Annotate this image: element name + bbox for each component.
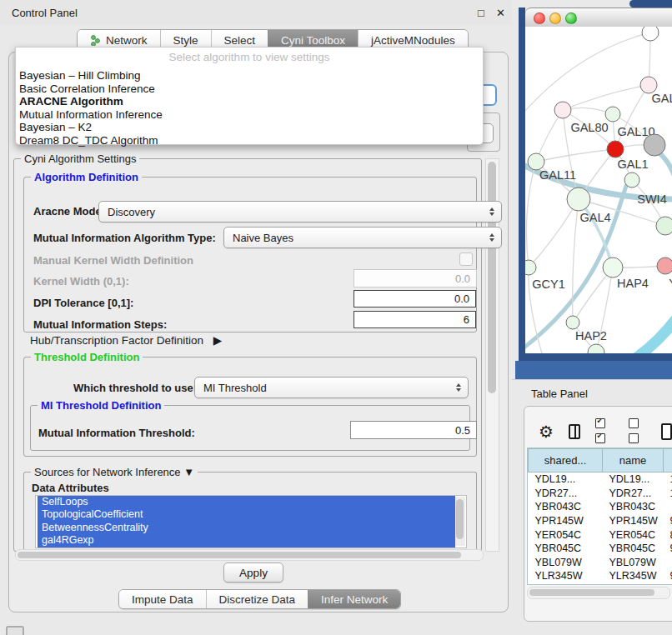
split-columns-icon[interactable] bbox=[569, 424, 580, 439]
table-hscrollbar-thumb[interactable] bbox=[529, 589, 654, 596]
table-row[interactable]: YLR345WYLR345W9. bbox=[529, 569, 672, 583]
close-panel-icon[interactable]: ✕ bbox=[496, 7, 505, 19]
algorithm-option[interactable]: ARACNE Algorithm bbox=[16, 95, 483, 108]
table-cell[interactable]: YBR043C bbox=[529, 500, 603, 514]
algorithm-option[interactable]: Bayesian – K2 bbox=[16, 121, 483, 134]
network-edge[interactable] bbox=[615, 85, 649, 149]
which-threshold-select[interactable]: MI Threshold bbox=[194, 377, 469, 398]
table-row[interactable]: YDL19...YDL19...13 bbox=[529, 472, 672, 487]
mi-type-select[interactable]: Naive Bayes bbox=[223, 227, 502, 248]
settings-hscrollbar-thumb[interactable] bbox=[18, 552, 461, 558]
network-edge[interactable] bbox=[573, 199, 579, 322]
sources-group-title[interactable]: Sources for Network Inference ▼ bbox=[31, 466, 198, 478]
close-traffic-light-icon[interactable] bbox=[534, 12, 545, 24]
table-row[interactable]: YBL079WYBL079W bbox=[529, 556, 672, 570]
network-node-GAL1[interactable] bbox=[607, 141, 624, 158]
table-row[interactable]: YIL052CYIL052C9 bbox=[529, 583, 672, 585]
tab-infer-network[interactable]: Infer Network bbox=[308, 590, 400, 608]
table-column-header[interactable]: A bbox=[664, 449, 672, 472]
tab-impute-data[interactable]: Impute Data bbox=[119, 590, 206, 608]
hub-definition-toggle[interactable]: Hub/Transcription Factor Definition ▶ bbox=[30, 333, 222, 347]
network-node-GALtop[interactable] bbox=[640, 77, 657, 93]
table-cell[interactable]: YER054C bbox=[529, 528, 603, 542]
settings-hscrollbar-track[interactable] bbox=[15, 549, 484, 561]
data-attribute-item[interactable]: SelfLoops bbox=[38, 496, 455, 508]
network-edge[interactable] bbox=[526, 162, 536, 268]
network-node-right-green[interactable] bbox=[656, 217, 672, 235]
table-cell[interactable]: 9 bbox=[664, 583, 672, 585]
network-node-top-clipped[interactable] bbox=[642, 27, 659, 41]
network-graph[interactable]: GALGAL80GAL10GAL1GAL11SWI4GAL4GCY1HAP4YH… bbox=[525, 27, 672, 353]
network-window-titlebar[interactable] bbox=[525, 8, 672, 28]
node-table[interactable]: shared...nameAYDL19...YDL19...13YDR27...… bbox=[527, 448, 672, 585]
settings-scrollbar-thumb[interactable] bbox=[488, 162, 496, 393]
collapsed-arrow-icon[interactable]: ▶ bbox=[213, 334, 222, 347]
network-node-GCY1[interactable] bbox=[525, 260, 536, 275]
float-panel-icon[interactable]: □ bbox=[478, 7, 484, 19]
aracne-mode-select[interactable]: Discovery bbox=[98, 201, 502, 222]
zoom-traffic-light-icon[interactable] bbox=[565, 12, 577, 24]
table-cell[interactable]: YBR043C bbox=[603, 500, 664, 514]
table-cell[interactable]: YBL079W bbox=[529, 556, 603, 570]
expanded-arrow-icon[interactable]: ▼ bbox=[183, 466, 194, 478]
data-attribute-item[interactable]: gal4RGexp bbox=[38, 534, 455, 547]
table-row[interactable]: YPR145WYPR145W9. bbox=[529, 514, 672, 528]
network-node-GAL10[interactable] bbox=[605, 107, 620, 122]
table-row[interactable]: YBR045CYBR045C9. bbox=[529, 542, 672, 556]
table-cell[interactable]: YBR045C bbox=[529, 542, 603, 556]
table-cell[interactable]: YDR27... bbox=[603, 487, 664, 501]
algorithm-option[interactable]: Dream8 DC_TDC Algorithm bbox=[16, 134, 483, 148]
table-cell[interactable]: YIL052C bbox=[603, 583, 664, 585]
data-attribute-item[interactable]: BetweennessCentrality bbox=[38, 522, 455, 534]
select-all-icon[interactable] bbox=[595, 417, 613, 447]
algorithm-option[interactable]: Bayesian – Hill Climbing bbox=[16, 69, 483, 82]
table-row[interactable]: YER054CYER054C8. bbox=[529, 528, 672, 542]
network-node-HAP4[interactable] bbox=[603, 258, 623, 278]
table-cell[interactable]: YBL079W bbox=[603, 556, 664, 570]
table-column-header[interactable]: shared... bbox=[529, 449, 603, 472]
network-edge[interactable] bbox=[525, 32, 650, 118]
algorithm-option[interactable]: Basic Correlation Inference bbox=[16, 82, 483, 96]
table-cell[interactable]: 8. bbox=[664, 528, 672, 542]
mi-threshold-field[interactable]: 0.5 bbox=[350, 421, 477, 439]
table-cell[interactable]: 12 bbox=[664, 487, 672, 501]
tab-discretize-data[interactable]: Discretize Data bbox=[206, 590, 308, 608]
table-cell[interactable]: 9. bbox=[664, 569, 672, 583]
table-cell[interactable]: 9. bbox=[664, 542, 672, 556]
attr-list-scrollbar-track[interactable] bbox=[455, 497, 465, 546]
network-node-salmon-node[interactable] bbox=[657, 258, 672, 274]
minimize-traffic-light-icon[interactable] bbox=[549, 12, 561, 24]
table-row[interactable]: YDR27...YDR27...12 bbox=[529, 487, 672, 501]
gear-icon[interactable]: ⚙ bbox=[539, 423, 554, 440]
data-attributes-list[interactable]: SelfLoopsTopologicalCoefficientBetweenne… bbox=[35, 495, 467, 548]
network-node-HAP2[interactable] bbox=[566, 316, 579, 329]
network-node-GAL4[interactable] bbox=[567, 188, 590, 211]
attr-list-scrollbar-thumb[interactable] bbox=[456, 499, 464, 539]
kernel-width-field[interactable]: 0.0 bbox=[354, 269, 477, 288]
network-node-SWI4[interactable] bbox=[624, 172, 639, 188]
table-hscrollbar-track[interactable] bbox=[527, 587, 670, 599]
table-cell[interactable]: YIL052C bbox=[529, 583, 603, 585]
table-cell[interactable]: YLR345W bbox=[529, 569, 603, 583]
network-edge[interactable] bbox=[529, 199, 579, 268]
table-cell[interactable]: YDL19... bbox=[529, 472, 603, 487]
table-column-header[interactable]: name bbox=[603, 449, 664, 472]
algorithm-option[interactable]: Mutual Information Inference bbox=[16, 108, 483, 122]
table-cell[interactable]: YDL19... bbox=[603, 472, 664, 487]
manual-kernel-checkbox[interactable] bbox=[459, 252, 473, 266]
new-table-icon[interactable] bbox=[661, 423, 672, 440]
table-cell[interactable]: 13 bbox=[664, 472, 672, 487]
mi-steps-field[interactable]: 6 bbox=[354, 311, 476, 328]
data-attribute-item[interactable]: TopologicalCoefficient bbox=[38, 508, 455, 521]
table-cell[interactable]: YPR145W bbox=[529, 514, 603, 528]
table-cell[interactable] bbox=[664, 500, 672, 514]
network-node-GAL11[interactable] bbox=[528, 153, 544, 170]
table-cell[interactable]: YPR145W bbox=[603, 514, 664, 528]
apply-button[interactable]: Apply bbox=[223, 562, 283, 582]
table-cell[interactable]: YLR345W bbox=[603, 569, 664, 583]
network-edge-thick[interactable] bbox=[630, 313, 672, 353]
network-edge[interactable] bbox=[536, 149, 615, 162]
table-row[interactable]: YBR043CYBR043C bbox=[529, 500, 672, 514]
clipped-corner-button[interactable] bbox=[6, 626, 24, 635]
table-cell[interactable]: YBR045C bbox=[603, 542, 664, 556]
